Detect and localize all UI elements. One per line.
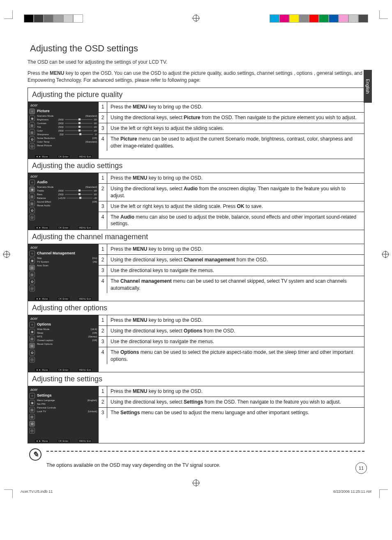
step-row: 2Using the directional keys, select Pict… (99, 112, 364, 123)
intro-text-1: The OSD can be used for adjusting the se… (28, 59, 364, 66)
step-row: 1Press the MENU key to bring up the OSD. (99, 102, 364, 112)
steps-list: 1Press the MENU key to bring up the OSD.… (99, 315, 364, 372)
step-text: Using the directional keys, select Audio… (107, 184, 364, 201)
section-row: acerOptions✧◉▤▤✿ⓔWide Mode[16:9]Sleep[Of… (28, 315, 364, 372)
step-number: 1 (99, 386, 107, 397)
step-number: 4 (99, 347, 107, 365)
step-number: 3 (99, 337, 107, 347)
registration-mark-icon (382, 251, 389, 258)
step-text: The Settings menu can be used to adjust … (107, 408, 364, 418)
page-number: 11 (355, 462, 367, 474)
section-row: acerAudio✧◉▤▤✿ⓔScenario Mode[Standard]Tr… (28, 173, 364, 230)
step-row: 3The Settings menu can be used to adjust… (99, 407, 364, 418)
step-text: Using the directional keys, select Setti… (107, 397, 364, 407)
bottom-registration-bar (0, 476, 392, 489)
step-row: 1Press the MENU key to bring up the OSD. (99, 315, 364, 325)
step-number: 3 (99, 201, 107, 212)
step-row: 1Press the MENU key to bring up the OSD. (99, 244, 364, 254)
steps-list: 1Press the MENU key to bring up the OSD.… (99, 102, 364, 159)
registration-mark-icon (3, 251, 10, 258)
step-text: Use the directional keys to navigate the… (107, 265, 364, 276)
step-row: 1Press the MENU key to bring up the OSD. (99, 173, 364, 183)
step-number: 1 (99, 244, 107, 254)
section-title: Adjusting the settings (28, 372, 364, 386)
step-number: 1 (99, 315, 107, 325)
top-registration-bar (0, 12, 392, 25)
step-text: Using the directional keys, select Pictu… (107, 113, 364, 123)
step-text: The Audio menu can also be used to adjus… (107, 212, 364, 229)
note-icon: ✎ (29, 448, 42, 461)
page-title: Adjusting the OSD settings (30, 43, 364, 54)
section-title: Adjusting the picture quality (28, 88, 364, 102)
language-tab: English (364, 70, 372, 103)
step-text: Press the MENU key to bring up the OSD. (107, 173, 364, 183)
step-text: The Picture menu can be used to adjust t… (107, 134, 364, 151)
osd-screenshot: acerSettings✧◉▤▤✿ⓔMenu Language[English]… (28, 386, 99, 443)
crop-mark-icon (4, 10, 13, 19)
step-number: 2 (99, 255, 107, 265)
step-row: 2Using the directional keys, select Chan… (99, 254, 364, 265)
step-number: 4 (99, 212, 107, 229)
sections-container: Adjusting the picture qualityacerPicture… (28, 88, 364, 443)
footer-file: Acer.TV.US.indb 11 (21, 489, 53, 494)
steps-list: 1Press the MENU key to bring up the OSD.… (99, 173, 364, 230)
crop-mark-icon (4, 489, 13, 498)
step-row: 4The Options menu can be used to select … (99, 347, 364, 365)
step-row: 3Use the left or right keys to adjust th… (99, 201, 364, 212)
intro-text-2: Press the MENU key to open the OSD. You … (28, 70, 364, 84)
step-text: Press the MENU key to bring up the OSD. (107, 102, 364, 112)
step-row: 4The Picture menu can be used to adjust … (99, 134, 364, 151)
step-number: 1 (99, 102, 107, 112)
step-row: 2Using the directional keys, select Audi… (99, 183, 364, 201)
section-row: acerChannel Management✧◉▤▤✿ⓔSkip[On]TV S… (28, 244, 364, 301)
printable-area: English Adjusting the OSD settings The O… (0, 0, 392, 508)
footnote-text: The options available on the OSD may var… (46, 462, 364, 468)
registration-mark-icon (193, 480, 199, 486)
crop-mark-icon (379, 10, 388, 19)
footnote-row: ✎ (28, 448, 364, 461)
osd-screenshot: acerChannel Management✧◉▤▤✿ⓔSkip[On]TV S… (28, 244, 99, 301)
step-number: 3 (99, 408, 107, 418)
section-title: Adjusting the audio settings (28, 159, 364, 173)
step-number: 3 (99, 123, 107, 134)
step-text: Press the MENU key to bring up the OSD. (107, 244, 364, 254)
osd-screenshot: acerOptions✧◉▤▤✿ⓔWide Mode[16:9]Sleep[Of… (28, 315, 99, 372)
step-text: Using the directional keys, select Optio… (107, 326, 364, 336)
step-row: 2Using the directional keys, select Sett… (99, 397, 364, 407)
step-text: Using the directional keys, select Chann… (107, 255, 364, 265)
step-row: 3Use the left or right keys to adjust th… (99, 123, 364, 134)
osd-screenshot: acerAudio✧◉▤▤✿ⓔScenario Mode[Standard]Tr… (28, 173, 99, 230)
step-row: 1Press the MENU key to bring up the OSD. (99, 386, 364, 397)
page-body: English Adjusting the OSD settings The O… (28, 25, 364, 476)
step-text: Use the left or right keys to adjust the… (107, 123, 364, 134)
steps-list: 1Press the MENU key to bring up the OSD.… (99, 386, 364, 443)
step-text: The Options menu can be used to select t… (107, 347, 364, 365)
section-title: Adjusting the channel management (28, 230, 364, 244)
step-text: The Channel management menu can be used … (107, 276, 364, 293)
step-text: Use the left or right keys to adjust the… (107, 201, 364, 212)
step-text: Use the directional keys to navigate the… (107, 337, 364, 347)
step-number: 2 (99, 184, 107, 201)
step-number: 4 (99, 276, 107, 293)
step-row: 3Use the directional keys to navigate th… (99, 336, 364, 347)
step-text: Press the MENU key to bring up the OSD. (107, 386, 364, 397)
section-row: acerSettings✧◉▤▤✿ⓔMenu Language[English]… (28, 386, 364, 443)
step-number: 2 (99, 326, 107, 336)
step-row: 4The Channel management menu can be used… (99, 276, 364, 293)
printer-footer: Acer.TV.US.indb 11 6/22/2006 11:25:11 AM (0, 489, 392, 496)
footer-timestamp: 6/22/2006 11:25:11 AM (333, 489, 371, 494)
step-number: 3 (99, 265, 107, 276)
step-text: Press the MENU key to bring up the OSD. (107, 315, 364, 325)
dashed-divider (46, 451, 364, 452)
steps-list: 1Press the MENU key to bring up the OSD.… (99, 244, 364, 301)
step-row: 4The Audio menu can also be used to adju… (99, 212, 364, 229)
section-row: acerPicture✧◉▤▤✿ⓔScenario Mode[Standard]… (28, 102, 364, 159)
step-number: 4 (99, 134, 107, 151)
section-title: Adjusting other options (28, 301, 364, 315)
step-row: 2Using the directional keys, select Opti… (99, 325, 364, 336)
step-number: 2 (99, 397, 107, 407)
step-number: 2 (99, 113, 107, 123)
crop-mark-icon (379, 489, 388, 498)
step-number: 1 (99, 173, 107, 183)
registration-mark-icon (193, 15, 199, 21)
